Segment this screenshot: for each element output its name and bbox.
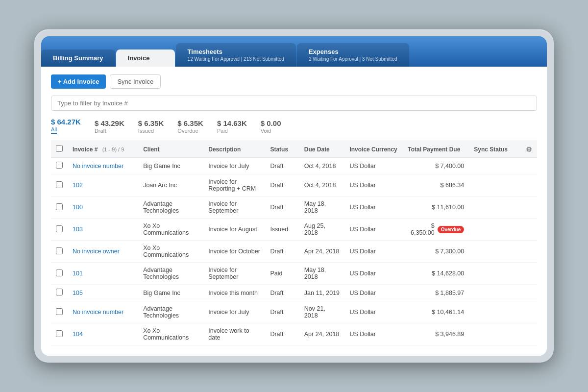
row-invoice-num[interactable]: 102 — [68, 174, 138, 196]
add-invoice-button[interactable]: + Add Invoice — [51, 74, 106, 89]
tab-invoice[interactable]: Invoice — [116, 49, 175, 67]
row-client: Big Game Inc — [138, 158, 203, 174]
sync-invoice-button[interactable]: Sync Invoice — [110, 74, 161, 89]
row-gear — [521, 323, 537, 345]
tab-expenses[interactable]: Expenses 2 Waiting For Approval | 3 Not … — [297, 43, 409, 67]
row-client: Xo Xo Communications — [138, 241, 203, 263]
summary-paid-label: Paid — [217, 128, 228, 134]
table-row: 100 Advantage Technologies Invoice for S… — [51, 196, 537, 219]
col-header-invoice[interactable]: Invoice # (1 - 9) / 9 — [68, 141, 138, 158]
table-row: No invoice number Advantage Technologies… — [51, 301, 537, 323]
table-header-row: Invoice # (1 - 9) / 9 Client Description… — [51, 141, 537, 158]
row-client: Advantage Technologies — [138, 196, 203, 219]
row-due-date: May 18, 2018 — [299, 196, 345, 219]
row-total-amount: $ 3,946.89 — [435, 331, 464, 338]
select-all-checkbox[interactable] — [56, 145, 63, 152]
row-status: Draft — [265, 174, 299, 196]
row-sync-status — [469, 196, 521, 219]
col-header-check — [51, 141, 68, 158]
tab-expenses-label: Expenses — [309, 48, 339, 55]
summary-draft[interactable]: $ 43.29K Draft — [95, 119, 124, 134]
summary-void[interactable]: $ 0.00 Void — [261, 119, 281, 134]
row-total: $ 7,300.00 — [403, 241, 469, 263]
row-status: Draft — [265, 196, 299, 219]
row-description: Invoice for August — [203, 219, 265, 241]
row-total: $ 1,885.97 — [403, 285, 469, 301]
row-checkbox[interactable] — [56, 330, 63, 337]
table-row: 101 Advantage Technologies Invoice for S… — [51, 263, 537, 285]
col-header-status: Status — [265, 141, 299, 158]
row-checkbox-cell — [51, 174, 68, 196]
summary-all-amount: $ 64.27K — [51, 118, 81, 126]
row-sync-status — [469, 301, 521, 323]
row-sync-status — [469, 219, 521, 241]
row-invoice-num[interactable]: 104 — [68, 323, 138, 345]
row-sync-status — [469, 285, 521, 301]
row-total: $ 686.34 — [403, 174, 469, 196]
row-invoice-num[interactable]: No invoice number — [68, 301, 138, 323]
filter-input[interactable] — [51, 96, 537, 111]
summary-void-amount: $ 0.00 — [261, 119, 281, 127]
summary-paid[interactable]: $ 14.63K Paid — [217, 119, 247, 134]
main-content: + Add Invoice Sync Invoice $ 64.27K All … — [41, 67, 547, 356]
row-invoice-num[interactable]: No invoice number — [68, 158, 138, 174]
row-currency: US Dollar — [344, 241, 403, 263]
tab-timesheets-sub: 12 Waiting For Approval | 213 Not Submit… — [188, 56, 284, 62]
row-sync-status — [469, 241, 521, 263]
row-currency: US Dollar — [344, 219, 403, 241]
row-invoice-num[interactable]: 101 — [68, 263, 138, 285]
row-checkbox[interactable] — [56, 308, 63, 315]
row-due-date: Oct 4, 2018 — [299, 158, 345, 174]
row-description: Invoice for October — [203, 241, 265, 263]
row-description: Invoice work to date — [203, 323, 265, 345]
row-status: Issued — [265, 219, 299, 241]
table-row: 104 Xo Xo Communications Invoice work to… — [51, 323, 537, 345]
row-currency: US Dollar — [344, 263, 403, 285]
row-total: $ 10,461.14 — [403, 301, 469, 323]
row-gear — [521, 241, 537, 263]
overdue-badge: Overdue — [438, 226, 465, 233]
row-total-amount: $ 7,400.00 — [435, 163, 464, 170]
row-gear — [521, 219, 537, 241]
row-status: Draft — [265, 241, 299, 263]
row-checkbox[interactable] — [56, 225, 63, 232]
row-sync-status — [469, 323, 521, 345]
row-gear — [521, 285, 537, 301]
row-checkbox[interactable] — [56, 181, 63, 188]
row-checkbox[interactable] — [56, 289, 63, 295]
row-total: $ 11,610.00 — [403, 196, 469, 219]
row-checkbox-cell — [51, 158, 68, 174]
summary-issued-label: Issued — [138, 128, 154, 134]
table-row: 103 Xo Xo Communications Invoice for Aug… — [51, 219, 537, 241]
row-due-date: Jan 11, 2019 — [299, 285, 345, 301]
row-client: Joan Arc Inc — [138, 174, 203, 196]
table-row: No invoice number Big Game Inc Invoice f… — [51, 158, 537, 174]
row-status: Paid — [265, 263, 299, 285]
tab-timesheets[interactable]: Timesheets 12 Waiting For Approval | 213… — [176, 43, 296, 67]
row-total: $ 6,350.00 Overdue — [403, 219, 469, 241]
row-invoice-num[interactable]: 103 — [68, 219, 138, 241]
row-status: Draft — [265, 285, 299, 301]
row-total-amount: $ 686.34 — [441, 182, 465, 189]
summary-row: $ 64.27K All $ 43.29K Draft $ 6.35K Issu… — [51, 118, 537, 134]
summary-issued[interactable]: $ 6.35K Issued — [138, 119, 164, 134]
tab-timesheets-label: Timesheets — [188, 48, 222, 55]
table-row: 105 Big Game Inc Invoice this month Draf… — [51, 285, 537, 301]
row-checkbox[interactable] — [56, 203, 63, 210]
row-checkbox[interactable] — [56, 162, 63, 169]
row-checkbox[interactable] — [56, 247, 63, 254]
col-header-description: Description — [203, 141, 265, 158]
tab-billing-summary[interactable]: Billing Summary — [41, 49, 115, 67]
summary-overdue[interactable]: $ 6.35K Overdue — [177, 119, 203, 134]
row-checkbox[interactable] — [56, 270, 63, 276]
row-invoice-num[interactable]: No invoice owner — [68, 241, 138, 263]
row-total-amount: $ 14,628.00 — [432, 270, 464, 277]
row-total-amount: $ 7,300.00 — [435, 248, 464, 255]
row-invoice-num[interactable]: 100 — [68, 196, 138, 219]
row-client: Big Game Inc — [138, 285, 203, 301]
tab-bar: Billing Summary Invoice Timesheets 12 Wa… — [41, 36, 547, 67]
row-invoice-num[interactable]: 105 — [68, 285, 138, 301]
summary-all[interactable]: $ 64.27K All — [51, 118, 81, 134]
settings-icon[interactable]: ⚙ — [526, 146, 532, 153]
invoice-table: Invoice # (1 - 9) / 9 Client Description… — [51, 141, 537, 345]
